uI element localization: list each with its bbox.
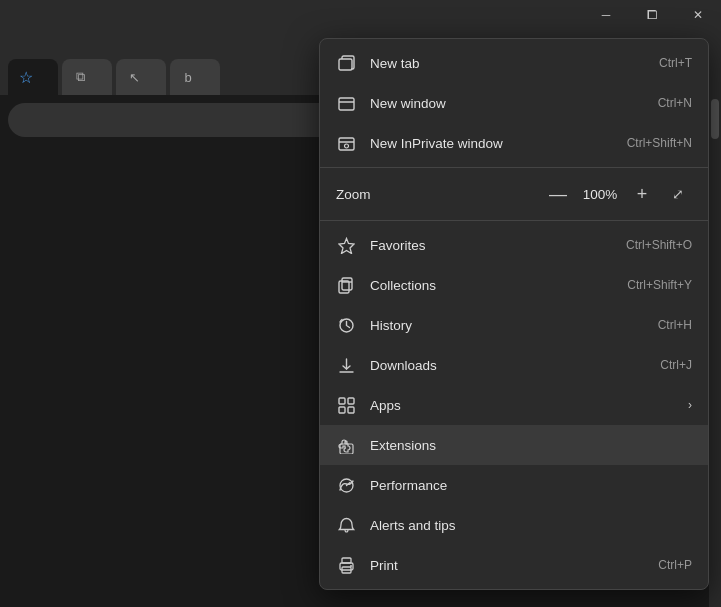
collections-icon: [336, 275, 356, 295]
svg-rect-15: [348, 398, 354, 404]
performance-label: Performance: [370, 478, 692, 493]
print-icon: [336, 555, 356, 575]
extensions-icon: [336, 435, 356, 455]
menu-item-inprivate[interactable]: New InPrivate window Ctrl+Shift+N: [320, 123, 708, 163]
svg-rect-2: [339, 59, 352, 70]
browser-tab-active[interactable]: ☆: [8, 59, 58, 95]
svg-rect-14: [339, 398, 345, 404]
svg-point-7: [344, 144, 348, 148]
svg-rect-21: [342, 558, 351, 563]
favorites-icon: [336, 235, 356, 255]
new-tab-label: New tab: [370, 56, 645, 71]
scrollbar-thumb[interactable]: [711, 99, 719, 139]
browser-tab-4[interactable]: b: [170, 59, 220, 95]
favorites-label: Favorites: [370, 238, 612, 253]
performance-icon: [336, 475, 356, 495]
downloads-shortcut: Ctrl+J: [660, 358, 692, 372]
print-shortcut: Ctrl+P: [658, 558, 692, 572]
print-label: Print: [370, 558, 644, 573]
restore-button[interactable]: ⧠: [629, 0, 675, 30]
menu-item-history[interactable]: History Ctrl+H: [320, 305, 708, 345]
zoom-in-button[interactable]: +: [628, 180, 656, 208]
alerts-label: Alerts and tips: [370, 518, 692, 533]
svg-rect-17: [348, 407, 354, 413]
new-window-icon: [336, 93, 356, 113]
svg-rect-3: [339, 98, 354, 110]
inprivate-icon: [336, 133, 356, 153]
menu-item-print[interactable]: Print Ctrl+P: [320, 545, 708, 585]
new-tab-icon: [336, 53, 356, 73]
menu-item-new-tab[interactable]: New tab Ctrl+T: [320, 43, 708, 83]
browser-tab-3[interactable]: ↖: [116, 59, 166, 95]
history-icon: [336, 315, 356, 335]
apps-arrow-icon: ›: [688, 398, 692, 412]
svg-rect-16: [339, 407, 345, 413]
inprivate-label: New InPrivate window: [370, 136, 613, 151]
window-controls: ─ ⧠ ✕: [583, 0, 721, 30]
menu-item-new-window[interactable]: New window Ctrl+N: [320, 83, 708, 123]
zoom-control-row: Zoom — 100% + ⤢: [320, 172, 708, 216]
new-window-label: New window: [370, 96, 644, 111]
svg-rect-10: [342, 278, 352, 290]
svg-marker-8: [339, 238, 354, 253]
favorites-shortcut: Ctrl+Shift+O: [626, 238, 692, 252]
close-button[interactable]: ✕: [675, 0, 721, 30]
alerts-icon: [336, 515, 356, 535]
collections-label: Collections: [370, 278, 613, 293]
new-tab-shortcut: Ctrl+T: [659, 56, 692, 70]
menu-divider-2: [320, 220, 708, 221]
svg-point-24: [350, 565, 352, 567]
history-label: History: [370, 318, 644, 333]
apps-label: Apps: [370, 398, 674, 413]
browser-menu-dropdown: New tab Ctrl+T New window Ctrl+N New InP…: [319, 38, 709, 590]
tab-immersive-icon: b: [180, 69, 196, 85]
menu-item-apps[interactable]: Apps ›: [320, 385, 708, 425]
downloads-label: Downloads: [370, 358, 646, 373]
apps-icon: [336, 395, 356, 415]
tab-pages-icon: ⧉: [72, 69, 88, 85]
zoom-value: 100%: [580, 187, 620, 202]
menu-item-extensions[interactable]: Extensions: [320, 425, 708, 465]
zoom-label: Zoom: [336, 187, 544, 202]
new-window-shortcut: Ctrl+N: [658, 96, 692, 110]
extensions-label: Extensions: [370, 438, 692, 453]
menu-item-collections[interactable]: Collections Ctrl+Shift+Y: [320, 265, 708, 305]
inprivate-shortcut: Ctrl+Shift+N: [627, 136, 692, 150]
zoom-out-button[interactable]: —: [544, 180, 572, 208]
zoom-controls: — 100% + ⤢: [544, 180, 692, 208]
menu-item-alerts[interactable]: Alerts and tips: [320, 505, 708, 545]
menu-item-favorites[interactable]: Favorites Ctrl+Shift+O: [320, 225, 708, 265]
browser-tab-2[interactable]: ⧉: [62, 59, 112, 95]
menu-item-downloads[interactable]: Downloads Ctrl+J: [320, 345, 708, 385]
svg-rect-9: [339, 281, 349, 293]
tab-star-icon: ☆: [18, 69, 34, 85]
collections-shortcut: Ctrl+Shift+Y: [627, 278, 692, 292]
menu-divider-1: [320, 167, 708, 168]
history-shortcut: Ctrl+H: [658, 318, 692, 332]
downloads-icon: [336, 355, 356, 375]
zoom-fullscreen-button[interactable]: ⤢: [664, 180, 692, 208]
minimize-button[interactable]: ─: [583, 0, 629, 30]
tab-cursor-icon: ↖: [126, 69, 142, 85]
scrollbar-track[interactable]: [709, 95, 721, 607]
menu-item-performance[interactable]: Performance: [320, 465, 708, 505]
